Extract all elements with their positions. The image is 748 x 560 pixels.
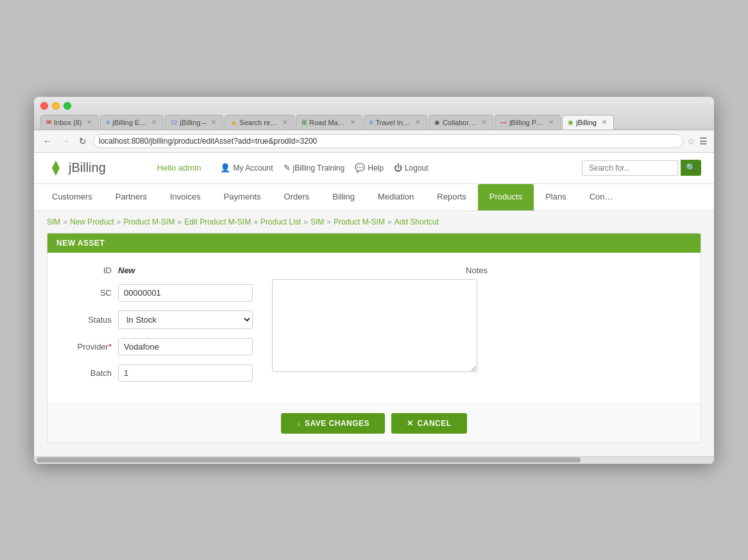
nav-billing[interactable]: Billing	[321, 184, 366, 210]
browser-window: ✉ Inbox (8) ✕ ≡ jBilling E… ✕ 22 jBillin…	[34, 97, 714, 464]
tab-gmail-label: Inbox (8)	[54, 119, 81, 126]
tab-travel[interactable]: ≡ Travel In… ✕	[364, 115, 427, 130]
tab-collab-label: Collabor…	[443, 119, 476, 126]
logo-area: jBilling	[47, 159, 106, 177]
jbilling3-tab-icon: —	[500, 119, 507, 126]
tab-jbilling1-close[interactable]: ✕	[151, 119, 157, 126]
maximize-button[interactable]	[64, 102, 71, 110]
address-input[interactable]: localhost:8080/jbilling/product/editAsse…	[93, 134, 683, 148]
header-greeting: Hello admin	[157, 163, 201, 173]
nav-con[interactable]: Con…	[578, 184, 625, 210]
tab-jbilling3-close[interactable]: ✕	[548, 119, 554, 126]
id-value: New	[118, 266, 135, 275]
breadcrumb-sep1: »	[63, 217, 67, 226]
forward-button[interactable]: →	[58, 135, 72, 148]
breadcrumb-add-shortcut[interactable]: Add Shortcut	[395, 217, 439, 226]
sc-input[interactable]	[118, 284, 253, 301]
panel-header: NEW ASSET	[47, 233, 701, 253]
tab-jbilling2[interactable]: 22 jBilling – ✕	[165, 115, 223, 130]
nav-products[interactable]: Products	[478, 184, 534, 210]
nav-mediation[interactable]: Mediation	[366, 184, 425, 210]
cancel-button[interactable]: ✕ CANCEL	[391, 413, 467, 434]
breadcrumb-sim2[interactable]: SIM	[310, 217, 324, 226]
breadcrumb-sim1[interactable]: SIM	[47, 217, 60, 226]
training-icon: ✎	[284, 163, 291, 173]
tab-road-close[interactable]: ✕	[350, 119, 355, 126]
tab-gmail-close[interactable]: ✕	[87, 119, 92, 126]
bookmark-button[interactable]: ☆	[687, 136, 695, 146]
road-tab-icon: ⊞	[302, 119, 307, 126]
menu-button[interactable]: ☰	[699, 136, 708, 146]
logout-link[interactable]: ⏻ Logout	[394, 163, 429, 173]
cancel-label: CANCEL	[418, 419, 452, 428]
tab-jbilling4-close[interactable]: ✕	[602, 119, 607, 126]
header-links: 👤 My Account ✎ jBilling Training 💬 Help …	[220, 163, 428, 173]
nav-partners[interactable]: Partners	[104, 184, 158, 210]
reload-button[interactable]: ↻	[76, 135, 89, 148]
tab-jbilling4-label: jBilling	[576, 119, 597, 126]
sc-row: SC	[67, 284, 253, 301]
nav-payments[interactable]: Payments	[212, 184, 273, 210]
nav-invoices[interactable]: Invoices	[158, 184, 212, 210]
id-row: ID New	[67, 266, 253, 275]
breadcrumb-product-msim1[interactable]: Product M-SIM	[123, 217, 174, 226]
save-icon: ↓	[296, 419, 301, 428]
tab-search[interactable]: ▲ Search re… ✕	[225, 115, 294, 130]
help-link[interactable]: 💬 Help	[355, 163, 384, 173]
tab-jbilling3[interactable]: — jBilling P… ✕	[495, 115, 561, 130]
cancel-icon: ✕	[407, 419, 414, 428]
status-label: Status	[67, 315, 112, 325]
scrollbar-thumb[interactable]	[37, 457, 581, 462]
search-button[interactable]: 🔍	[681, 160, 701, 176]
notes-label: Notes	[272, 266, 681, 275]
tab-collab-close[interactable]: ✕	[481, 119, 486, 126]
help-label: Help	[368, 164, 384, 173]
address-bar: ← → ↻ localhost:8080/jbilling/product/ed…	[34, 130, 714, 153]
breadcrumb-edit-product[interactable]: Edit Product M-SIM	[184, 217, 251, 226]
tab-collab[interactable]: ◉ Collabor… ✕	[429, 115, 493, 130]
breadcrumb-new-product[interactable]: New Product	[70, 217, 114, 226]
close-button[interactable]	[40, 102, 48, 110]
jbilling2-icon: 22	[171, 119, 177, 126]
tab-jbilling2-close[interactable]: ✕	[211, 119, 216, 126]
nav-plans[interactable]: Plans	[534, 184, 578, 210]
tab-search-close[interactable]: ✕	[282, 119, 287, 126]
search-input[interactable]	[582, 160, 678, 176]
tab-jbilling4[interactable]: ◉ jBilling ✕	[562, 115, 614, 130]
nav-reports[interactable]: Reports	[425, 184, 478, 210]
status-select[interactable]: In Stock Out of Stock Reserved	[118, 310, 253, 329]
notes-textarea[interactable]	[272, 279, 477, 372]
tab-road-label: Road Ma…	[309, 119, 345, 126]
batch-row: Batch	[67, 364, 253, 382]
tab-jbilling1[interactable]: ≡ jBilling E… ✕	[100, 115, 164, 130]
tabs-bar: ✉ Inbox (8) ✕ ≡ jBilling E… ✕ 22 jBillin…	[40, 115, 708, 130]
minimize-button[interactable]	[52, 102, 60, 110]
tab-road[interactable]: ⊞ Road Ma… ✕	[296, 115, 362, 130]
nav-customers[interactable]: Customers	[40, 184, 104, 210]
window-controls	[40, 102, 708, 110]
save-button[interactable]: ↓ SAVE CHANGES	[281, 413, 385, 434]
breadcrumb-product-msim2[interactable]: Product M-SIM	[334, 217, 385, 226]
tab-gmail[interactable]: ✉ Inbox (8) ✕	[40, 115, 99, 130]
breadcrumb-sep7: »	[387, 217, 392, 226]
back-button[interactable]: ←	[40, 135, 55, 148]
tab-jbilling2-label: jBilling –	[180, 119, 206, 126]
tab-travel-close[interactable]: ✕	[415, 119, 420, 126]
my-account-link[interactable]: 👤 My Account	[220, 163, 273, 173]
panel-title: NEW ASSET	[56, 239, 105, 248]
provider-label: Provider	[67, 342, 112, 352]
search-area: 🔍	[582, 160, 701, 176]
form-section: ID New SC Status In Stock Out of Stock R…	[67, 266, 253, 391]
jbilling1-icon: ≡	[106, 119, 110, 126]
id-label: ID	[67, 266, 112, 275]
breadcrumb-sep6: »	[327, 217, 331, 226]
provider-input[interactable]	[118, 338, 253, 355]
training-link[interactable]: ✎ jBilling Training	[284, 163, 345, 173]
batch-input[interactable]	[118, 364, 253, 382]
panel-footer: ↓ SAVE CHANGES ✕ CANCEL	[47, 403, 701, 443]
breadcrumb-product-list[interactable]: Product List	[260, 217, 301, 226]
logout-label: Logout	[405, 164, 429, 173]
save-label: SAVE CHANGES	[305, 419, 370, 428]
nav-orders[interactable]: Orders	[273, 184, 321, 210]
breadcrumb: SIM » New Product » Product M-SIM » Edit…	[34, 211, 714, 233]
